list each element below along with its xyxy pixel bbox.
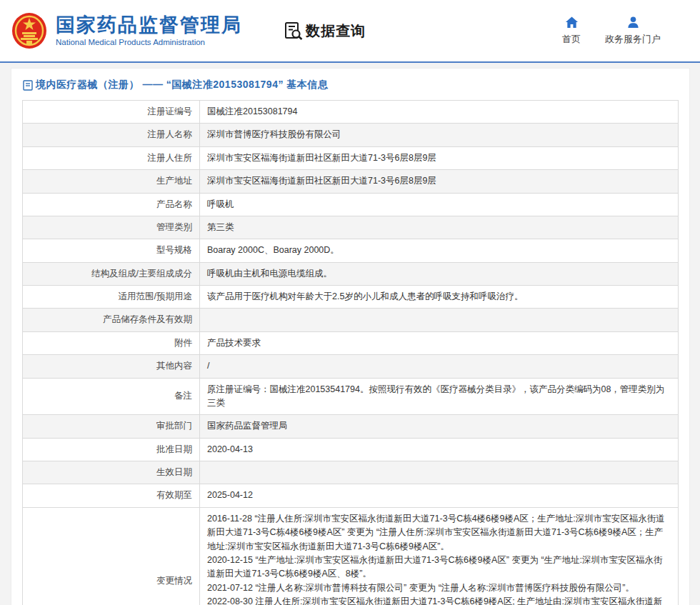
table-row: 有效期至2025-04-12: [23, 484, 679, 507]
row-label: 批准日期: [23, 438, 200, 461]
org-name-en: National Medical Products Administration: [56, 38, 242, 46]
row-value: 深圳市宝安区福海街道新田社区新田大道71-3号6层8层9层: [200, 146, 679, 169]
table-row: 结构及组成/主要组成成分呼吸机由主机和电源电缆组成。: [23, 262, 679, 285]
org-titles: 国家药品监督管理局 National Medical Products Admi…: [56, 15, 242, 47]
table-row: 注册人名称深圳市普博医疗科技股份有限公司: [23, 124, 679, 146]
content-panel: 境内医疗器械（注册） —— “国械注准20153081794” 基本信息 注册证…: [11, 68, 690, 605]
nav-portal-label: 政务服务门户: [605, 33, 661, 46]
page-title: 境内医疗器械（注册） —— “国械注准20153081794” 基本信息: [36, 79, 328, 91]
top-nav: 首页 政务服务门户: [562, 16, 661, 46]
row-label: 型号规格: [23, 239, 200, 262]
row-label: 注册证编号: [23, 101, 200, 124]
page-title-bar: 境内医疗器械（注册） —— “国械注准20153081794” 基本信息: [22, 69, 679, 100]
table-row: 变更情况2016-11-28 “注册人住所:深圳市宝安区福永街道新田大道71-3…: [23, 507, 679, 605]
table-row: 型号规格Boaray 2000C、Boaray 2000D。: [23, 239, 679, 262]
row-value: 2016-11-28 “注册人住所:深圳市宝安区福永街道新田大道71-3号C栋4…: [200, 507, 679, 605]
row-value: 2020-04-13: [200, 438, 679, 461]
row-label: 其他内容: [23, 355, 200, 378]
table-row: 产品名称呼吸机: [23, 193, 679, 216]
table-row: 批准日期2020-04-13: [23, 438, 679, 461]
table-row: 管理类别第三类: [23, 216, 679, 239]
data-query-entry[interactable]: 数据查询: [284, 21, 366, 41]
table-row: 注册证编号国械注准20153081794: [23, 101, 679, 124]
row-value: /: [200, 355, 679, 378]
row-label: 有效期至: [23, 484, 200, 507]
nav-item-service-portal[interactable]: 政务服务门户: [605, 16, 661, 46]
change-entry: 2021-07-12 “注册人名称:深圳市普博科技有限公司” 变更为 “注册人名…: [207, 581, 671, 595]
registration-info-table: 注册证编号国械注准20153081794注册人名称深圳市普博医疗科技股份有限公司…: [22, 100, 679, 605]
nav-home-label: 首页: [562, 33, 581, 46]
row-value: 原注册证编号：国械注准20153541794。按照现行有效的《医疗器械分类目录》…: [200, 378, 679, 415]
row-value: 2025-04-12: [200, 484, 679, 507]
change-entry: 2022-08-30 注册人住所:深圳市宝安区福永街道新田大道71-3号C栋6楼…: [207, 595, 671, 605]
row-value: 该产品用于医疗机构对年龄大于2.5岁的小儿和成人患者的呼吸支持和呼吸治疗。: [200, 286, 679, 309]
table-row: 附件产品技术要求: [23, 331, 679, 354]
table-row: 其他内容/: [23, 355, 679, 378]
table-row: 注册人住所深圳市宝安区福海街道新田社区新田大道71-3号6层8层9层: [23, 146, 679, 169]
row-value: 呼吸机由主机和电源电缆组成。: [200, 262, 679, 285]
table-row: 备注原注册证编号：国械注准20153541794。按照现行有效的《医疗器械分类目…: [23, 378, 679, 415]
row-label: 注册人名称: [23, 124, 200, 146]
data-query-label: 数据查询: [306, 21, 366, 41]
org-name-zh: 国家药品监督管理局: [56, 15, 242, 36]
row-value: 呼吸机: [200, 193, 679, 216]
table-row: 适用范围/预期用途该产品用于医疗机构对年龄大于2.5岁的小儿和成人患者的呼吸支持…: [23, 286, 679, 309]
document-icon: [23, 80, 33, 91]
row-label: 结构及组成/主要组成成分: [23, 262, 200, 285]
row-label: 生产地址: [23, 170, 200, 193]
row-value: 第三类: [200, 216, 679, 239]
row-value: Boaray 2000C、Boaray 2000D。: [200, 239, 679, 262]
row-label: 适用范围/预期用途: [23, 286, 200, 309]
row-label: 附件: [23, 331, 200, 354]
row-value: 深圳市普博医疗科技股份有限公司: [200, 124, 679, 146]
row-value: 国家药品监督管理局: [200, 415, 679, 438]
table-row: 审批部门国家药品监督管理局: [23, 415, 679, 438]
row-label: 注册人住所: [23, 146, 200, 169]
row-label: 备注: [23, 378, 200, 415]
row-value: [200, 461, 679, 484]
row-label: 变更情况: [23, 507, 200, 605]
change-entry: 2016-11-28 “注册人住所:深圳市宝安区福永街道新田大道71-3号C栋4…: [207, 512, 671, 554]
table-row: 生产地址深圳市宝安区福海街道新田社区新田大道71-3号6层8层9层: [23, 170, 679, 193]
national-emblem-icon: [11, 12, 47, 49]
row-label: 生效日期: [23, 461, 200, 484]
user-icon: [626, 16, 640, 29]
nav-item-home[interactable]: 首页: [562, 16, 581, 46]
row-label: 审批部门: [23, 415, 200, 438]
home-icon: [565, 16, 579, 29]
table-row: 产品储存条件及有效期: [23, 309, 679, 331]
table-row: 生效日期: [23, 461, 679, 484]
row-label: 产品储存条件及有效期: [23, 309, 200, 331]
data-query-icon: [284, 21, 303, 41]
info-table-body: 注册证编号国械注准20153081794注册人名称深圳市普博医疗科技股份有限公司…: [23, 101, 679, 605]
row-value: 国械注准20153081794: [200, 101, 679, 124]
row-value: 产品技术要求: [200, 331, 679, 354]
change-entry: 2020-12-15 “生产地址:深圳市宝安区福永街道新田大道71-3号C栋6楼…: [207, 554, 671, 581]
site-header: 国家药品监督管理局 National Medical Products Admi…: [0, 0, 700, 63]
row-label: 产品名称: [23, 193, 200, 216]
row-value: [200, 309, 679, 331]
row-label: 管理类别: [23, 216, 200, 239]
row-value: 深圳市宝安区福海街道新田社区新田大道71-3号6层8层9层: [200, 170, 679, 193]
